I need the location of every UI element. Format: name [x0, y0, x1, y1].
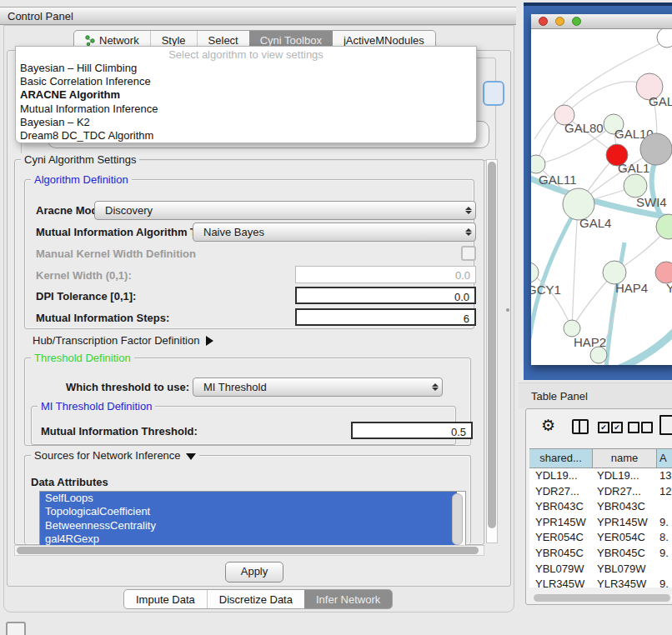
kernel-width-field[interactable]: 0.0 — [295, 266, 476, 283]
mi-algorithm-type-label: Mutual Information Algorithm Type: — [36, 226, 218, 238]
which-threshold-label: Which threshold to use: — [66, 381, 189, 393]
group-title: Cyni Algorithm Settings — [21, 153, 139, 166]
algorithm-option[interactable]: Bayesian – Hill Climbing — [16, 62, 476, 75]
zoom-traffic-light-icon[interactable] — [572, 17, 581, 26]
algorithm-option[interactable]: Mutual Information Inference — [16, 102, 476, 116]
table-cell: YER054C — [529, 530, 593, 546]
table-horizontal-scrollbar[interactable] — [533, 594, 672, 602]
algorithm-option[interactable]: Dream8 DC_TDC Algorithm — [16, 129, 476, 142]
table-panel-header: Table Panel — [519, 382, 672, 408]
uncheck-all-icon-2[interactable] — [641, 422, 653, 433]
table-row[interactable]: YBR043CYBR043C — [529, 499, 672, 515]
network-node[interactable] — [564, 320, 580, 337]
table-cell: YBR043C — [593, 499, 657, 515]
panel-divider-grip[interactable] — [506, 308, 509, 312]
network-node-label: GAL11 — [539, 172, 577, 187]
mi-threshold-field[interactable]: 0.5 — [351, 422, 473, 439]
table-row[interactable]: YER054CYER054C8. — [529, 530, 672, 546]
network-window-titlebar[interactable] — [531, 14, 672, 29]
settings-horizontal-scrollbar[interactable] — [14, 545, 484, 556]
column-header-partial[interactable]: A — [657, 449, 672, 468]
table-cell: YDL19... — [529, 468, 593, 484]
network-edge — [604, 322, 672, 365]
group-title: MI Threshold Definition — [38, 400, 155, 412]
table-row[interactable]: YDL19...YDL19...13 — [529, 468, 672, 484]
column-header-shared-name[interactable]: shared... — [529, 449, 593, 468]
network-view-frame: GALGAL80GAL10GAL1GAL11SWI4GAL4GCY1HAP4YH… — [524, 2, 672, 380]
manual-kernel-width-checkbox[interactable] — [461, 246, 476, 261]
column-header-name[interactable]: name — [593, 449, 657, 468]
table-row[interactable]: YBL079WYBL079W — [529, 562, 672, 578]
network-node[interactable] — [531, 155, 545, 173]
table-row[interactable]: YBR045CYBR045C9. — [529, 546, 672, 562]
table-cell: YPR145W — [529, 515, 593, 531]
dpi-tolerance-field[interactable]: 0.0 — [295, 287, 476, 304]
algorithm-option[interactable]: ARACNE Algorithm — [16, 88, 476, 102]
network-canvas[interactable]: GALGAL80GAL10GAL1GAL11SWI4GAL4GCY1HAP4YH… — [531, 29, 672, 365]
manual-kernel-width-label: Manual Kernel Width Definition — [36, 248, 196, 260]
network-node[interactable] — [624, 174, 647, 198]
uncheck-all-icon[interactable] — [628, 422, 639, 433]
table-row[interactable]: YLR345WYLR345W9. — [529, 577, 672, 588]
minimize-traffic-light-icon[interactable] — [555, 17, 564, 26]
table-cell — [657, 562, 672, 578]
kernel-width-label: Kernel Width (0,1): — [36, 269, 132, 282]
minimized-panel-icon[interactable] — [6, 622, 26, 635]
network-graph: GALGAL80GAL10GAL1GAL11SWI4GAL4GCY1HAP4YH… — [531, 29, 672, 365]
control-panel-titlebar[interactable]: Control Panel — [0, 7, 516, 25]
settings-vertical-scrollbar[interactable] — [486, 159, 498, 543]
network-node[interactable] — [590, 347, 607, 363]
tab-infer-network[interactable]: Infer Network — [304, 590, 392, 608]
group-title: Threshold Definition — [31, 352, 134, 364]
attribute-list-item[interactable]: SelfLoops — [40, 492, 457, 505]
split-columns-icon[interactable] — [572, 419, 589, 434]
algorithm-combobox-fragment[interactable] — [483, 81, 504, 106]
table-cell: YLR345W — [529, 577, 593, 588]
table-row[interactable]: YDR27...YDR27...12 — [529, 484, 672, 500]
attribute-list[interactable]: SelfLoopsTopologicalCoefficientBetweenne… — [39, 491, 466, 548]
table-cell: YDR27... — [529, 484, 593, 500]
sources-toggle[interactable]: Sources for Network Inference — [31, 449, 199, 462]
dpi-tolerance-label: DPI Tolerance [0,1]: — [36, 290, 136, 302]
mi-threshold-label: Mutual Information Threshold: — [41, 425, 198, 438]
tab-impute-data[interactable]: Impute Data — [124, 590, 207, 608]
attribute-list-item[interactable]: BetweennessCentrality — [40, 519, 457, 532]
network-icon — [85, 35, 95, 46]
table-cell: YBR045C — [593, 546, 657, 562]
network-node-label: GAL80 — [564, 121, 604, 135]
document-icon[interactable] — [659, 415, 672, 435]
algorithm-option[interactable]: Basic Correlation Inference — [16, 75, 476, 88]
list-scrollbar[interactable] — [452, 493, 463, 545]
table-cell: YBL079W — [529, 562, 593, 578]
mi-steps-field[interactable]: 6 — [295, 308, 476, 326]
control-panel-title: Control Panel — [8, 10, 73, 22]
algorithm-option[interactable]: Bayesian – K2 — [16, 116, 476, 129]
table-cell: 13 — [657, 468, 672, 484]
table-cell: 12 — [657, 484, 672, 500]
aracne-mode-select[interactable]: Discovery — [94, 201, 476, 220]
tab-discretize-data[interactable]: Discretize Data — [207, 590, 304, 608]
table-cell: YBR045C — [529, 546, 593, 562]
table-toolbar: ⚙ ✔ ✔ — [526, 409, 672, 448]
gear-icon[interactable]: ⚙ — [541, 416, 555, 435]
table-cell: YBR043C — [529, 499, 593, 515]
apply-button[interactable]: Apply — [225, 562, 283, 582]
network-edge — [572, 208, 578, 328]
network-window[interactable]: GALGAL80GAL10GAL1GAL11SWI4GAL4GCY1HAP4YH… — [531, 14, 672, 365]
hub-definition-toggle[interactable]: Hub/Transcription Factor Definition — [33, 334, 213, 347]
network-node[interactable] — [531, 262, 539, 282]
attribute-list-item[interactable]: TopologicalCoefficient — [40, 505, 457, 518]
close-traffic-light-icon[interactable] — [539, 17, 548, 26]
which-threshold-select[interactable]: MI Threshold — [193, 378, 443, 397]
data-attributes-label: Data Attributes — [31, 476, 108, 488]
check-all-icon[interactable]: ✔ — [598, 422, 609, 433]
table-cell — [657, 499, 672, 515]
mi-algorithm-type-select[interactable]: Naive Bayes — [193, 222, 476, 242]
table-cell: YDL19... — [593, 468, 657, 484]
table-cell: 9. — [657, 515, 672, 531]
spinner-arrows-icon — [462, 228, 475, 236]
check-all-icon-2[interactable]: ✔ — [611, 422, 623, 433]
mi-steps-label: Mutual Information Steps: — [36, 312, 169, 324]
table-row[interactable]: YPR145WYPR145W9. — [529, 515, 672, 531]
network-node-label: SWI4 — [636, 195, 667, 209]
